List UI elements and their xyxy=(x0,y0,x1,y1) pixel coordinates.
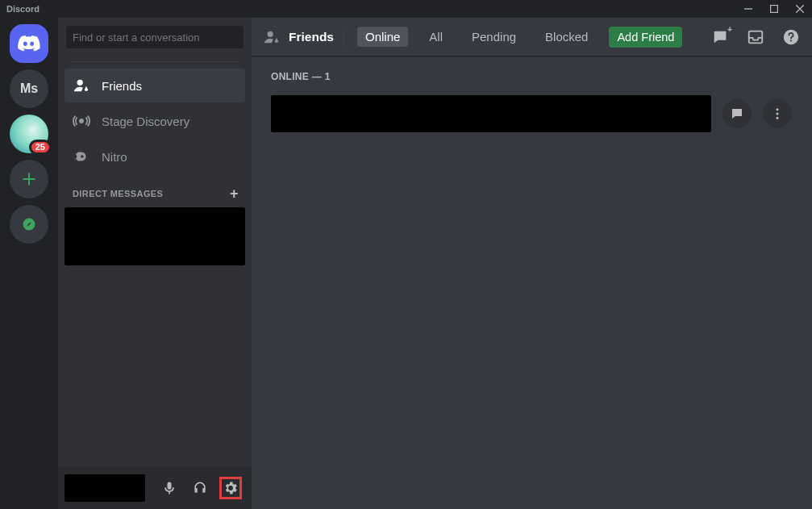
toolbar-title-group: Friends xyxy=(263,28,344,46)
svg-point-5 xyxy=(790,40,792,41)
chat-bubble-icon xyxy=(711,28,729,46)
divider xyxy=(71,61,239,62)
server-item-letter[interactable]: Ms xyxy=(10,69,48,108)
tab-blocked[interactable]: Blocked xyxy=(537,27,596,47)
dm-item[interactable] xyxy=(65,207,245,265)
friends-tabs: Online All Pending Blocked Add Friend xyxy=(357,27,682,48)
main-panel: Friends Online All Pending Blocked Add F… xyxy=(252,18,812,509)
explore-servers-button[interactable] xyxy=(10,205,48,244)
discord-logo-icon xyxy=(18,32,40,55)
plus-badge-icon: + xyxy=(727,25,732,34)
window-minimize-button[interactable] xyxy=(743,3,754,15)
window-maximize-button[interactable] xyxy=(768,3,780,15)
server-initials: Ms xyxy=(20,81,38,96)
svg-rect-0 xyxy=(771,6,778,13)
sidebar-item-friends[interactable]: Friends xyxy=(65,69,245,102)
add-friend-button[interactable]: Add Friend xyxy=(609,27,682,48)
svg-point-2 xyxy=(79,119,84,123)
svg-point-6 xyxy=(777,108,779,111)
stage-icon xyxy=(73,112,90,130)
message-friend-button[interactable] xyxy=(722,99,752,128)
tab-pending[interactable]: Pending xyxy=(464,27,524,47)
friend-row[interactable] xyxy=(271,95,793,132)
tab-all[interactable]: All xyxy=(421,27,451,47)
friends-wave-icon xyxy=(263,28,281,46)
mute-mic-button[interactable] xyxy=(158,477,181,499)
dm-section-header: DIRECT MESSAGES + xyxy=(58,173,252,206)
tab-online[interactable]: Online xyxy=(357,27,408,47)
app-name: Discord xyxy=(6,4,40,14)
chat-bubble-icon xyxy=(730,106,744,121)
help-icon xyxy=(782,28,800,46)
inbox-button[interactable] xyxy=(746,27,765,47)
window-titlebar: Discord xyxy=(0,0,812,18)
microphone-icon xyxy=(161,480,177,496)
online-section-header: ONLINE — 1 xyxy=(271,71,793,82)
help-button[interactable] xyxy=(781,27,801,47)
friend-more-button[interactable] xyxy=(763,99,792,128)
friend-identity-redacted xyxy=(271,95,711,132)
window-close-button[interactable] xyxy=(794,3,806,15)
svg-point-8 xyxy=(777,117,779,119)
add-server-button[interactable] xyxy=(10,160,48,198)
inbox-icon xyxy=(747,28,764,46)
dm-section-label: DIRECT MESSAGES xyxy=(73,189,163,198)
user-identity[interactable] xyxy=(65,474,145,502)
toolbar-title: Friends xyxy=(289,30,334,44)
sidebar-item-stage-discovery[interactable]: Stage Discovery xyxy=(65,104,245,138)
window-controls xyxy=(743,3,806,15)
conversation-search-input[interactable] xyxy=(73,31,237,44)
svg-point-7 xyxy=(777,113,779,115)
sidebar-item-label: Nitro xyxy=(102,150,127,164)
gear-icon xyxy=(223,480,239,496)
deafen-button[interactable] xyxy=(189,477,211,499)
more-vertical-icon xyxy=(770,106,785,121)
friends-wave-icon xyxy=(73,77,90,94)
plus-icon xyxy=(21,171,37,187)
sidebar-item-label: Friends xyxy=(102,79,142,93)
friends-content: ONLINE — 1 xyxy=(252,56,812,147)
home-button[interactable] xyxy=(10,24,48,63)
server-rail: Ms 25 xyxy=(0,18,58,509)
user-settings-button[interactable] xyxy=(219,477,242,499)
sidebar-item-nitro[interactable]: Nitro xyxy=(65,140,245,173)
conversation-search[interactable] xyxy=(66,26,244,48)
server-mention-badge: 25 xyxy=(29,140,52,155)
user-panel xyxy=(58,467,252,509)
sidebar-item-label: Stage Discovery xyxy=(102,115,189,128)
new-group-dm-button[interactable]: + xyxy=(710,27,730,47)
headphones-icon xyxy=(192,480,208,496)
dm-sidebar: Friends Stage Discovery Nitro DIRECT MES… xyxy=(58,18,252,509)
compass-icon xyxy=(21,216,37,232)
server-item-avatar[interactable]: 25 xyxy=(10,115,48,153)
create-dm-button[interactable]: + xyxy=(230,186,239,201)
nitro-icon xyxy=(73,148,90,165)
friends-toolbar: Friends Online All Pending Blocked Add F… xyxy=(252,18,812,56)
